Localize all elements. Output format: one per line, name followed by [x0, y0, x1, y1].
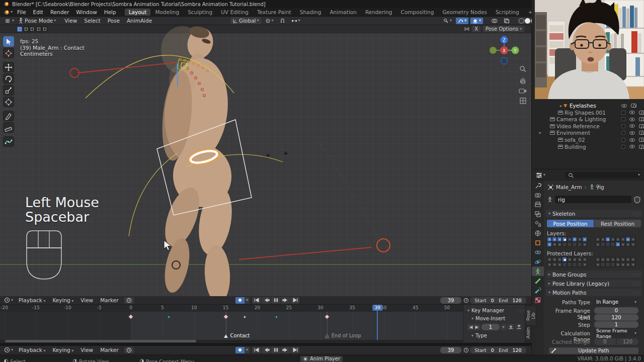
move-insert-title[interactable]: Move-Insert [475, 316, 505, 321]
protected-layer-cell[interactable] [610, 257, 615, 262]
gizmo-y-neg-axis[interactable] [490, 47, 497, 54]
properties-tab-bone[interactable] [532, 276, 544, 286]
properties-tab-view-layer[interactable] [532, 209, 544, 219]
timeline-key-area[interactable]: ContactEnd of Loop [0, 312, 463, 340]
transport-jump-start-button[interactable] [252, 297, 261, 304]
protected-layer-cell[interactable] [577, 262, 582, 267]
protected-layer-cell[interactable] [630, 257, 635, 262]
properties-options-chevron[interactable]: ▾ [638, 173, 640, 177]
layer-cell[interactable] [600, 237, 605, 242]
transform-orientation-button[interactable]: Global▾ [230, 17, 261, 24]
motion-paths-panel-header[interactable]: ▾Motion Paths:::: [546, 289, 642, 296]
playback-sync-button[interactable] [124, 347, 134, 353]
layer-cell[interactable] [557, 242, 562, 247]
editor-type-button[interactable]: ▾ [2, 346, 15, 353]
motion-path-endpoint[interactable] [70, 68, 79, 77]
proportional-edit-toggle[interactable]: ▾ [456, 18, 468, 24]
protected-layer-cell[interactable] [595, 262, 600, 267]
checkbox-icon[interactable] [621, 124, 625, 128]
eye-visibility-icon[interactable] [621, 104, 627, 108]
viewport-menu-select[interactable]: Select [80, 17, 104, 24]
editor-type-button[interactable]: ▾ [534, 171, 547, 178]
current-frame-field[interactable]: 39 [440, 347, 461, 353]
camera-visibility-icon[interactable] [639, 117, 644, 121]
timeline-ruler[interactable]: -20-15-10-50510152025303540455039 [0, 305, 463, 312]
camera-view-icon[interactable] [519, 87, 527, 94]
protected-layer-cell[interactable] [562, 262, 567, 267]
layer-cell[interactable] [615, 237, 620, 242]
layer-cell[interactable] [562, 237, 567, 242]
properties-tab-texture[interactable] [532, 295, 544, 305]
layer-cell[interactable] [567, 237, 572, 242]
protected-layer-cell[interactable] [562, 257, 567, 262]
properties-search-input[interactable] [565, 172, 640, 178]
protected-layer-cell[interactable] [547, 262, 552, 267]
layer-cell[interactable] [620, 237, 625, 242]
outliner-item-eyelashes[interactable]: ▸▼Eyelashes [560, 102, 596, 109]
transport-jump-end-button[interactable] [290, 297, 299, 304]
move-insert-chevron[interactable]: ▾ [501, 324, 506, 330]
layer-cell[interactable] [572, 242, 577, 247]
bone-groups-panel-header[interactable]: ▸Bone Groups:::: [546, 270, 642, 278]
fake-user-shield-icon[interactable] [633, 196, 641, 204]
pan-hand-icon[interactable] [519, 76, 527, 84]
layer-cell[interactable] [577, 242, 582, 247]
pin-icon[interactable] [595, 185, 600, 190]
camera-visibility-icon[interactable] [639, 145, 644, 149]
pose-library-panel-header[interactable]: ▸Pose Library (Legacy):::: [546, 280, 642, 287]
properties-tab-bone-constraint[interactable] [532, 286, 544, 295]
protected-layer-cell[interactable] [557, 262, 562, 267]
step-field[interactable]: 1 [594, 321, 638, 328]
timeline-scrollbar[interactable] [0, 340, 463, 342]
workspace-tab-uv-editing[interactable]: UV Editing [217, 9, 253, 16]
pose-position-button[interactable]: Pose Position [547, 220, 594, 227]
protected-layer-cell[interactable] [625, 257, 630, 262]
eye-visibility-icon[interactable] [629, 124, 635, 128]
checkbox-icon[interactable] [621, 117, 625, 121]
layer-cell[interactable] [582, 242, 587, 247]
workspace-tab-scripting[interactable]: Scripting [492, 9, 523, 16]
camera-visibility-icon[interactable] [639, 124, 644, 128]
protected-layer-cell[interactable] [600, 257, 605, 262]
protected-layer-cell[interactable] [572, 262, 577, 267]
timeline-menu-keying[interactable]: Keying ▾ [49, 346, 77, 353]
camera-visibility-icon[interactable] [639, 138, 644, 142]
protected-layer-cell[interactable] [630, 262, 635, 267]
overlays-toggle[interactable] [489, 18, 500, 24]
layer-cell[interactable] [605, 242, 610, 247]
shading-solid-button[interactable] [525, 18, 530, 24]
update-path-button[interactable]: Update Path [549, 347, 638, 354]
outliner-item-rig-shapes-001[interactable]: Rig Shapes.001 [558, 109, 606, 116]
outliner-item-sofa-02[interactable]: sofa_02 [558, 136, 585, 143]
tab-anim[interactable]: Anim [525, 328, 531, 341]
checkbox-icon[interactable] [621, 145, 625, 149]
paths-type-dropdown[interactable]: In Range▾ [594, 299, 638, 305]
outliner-item-environment[interactable]: ▾Environment [550, 129, 590, 136]
frame-range-start-field[interactable]: 0 [594, 307, 638, 314]
checkbox-icon[interactable] [621, 131, 625, 135]
frame-range-fields[interactable]: Start0 End120 [470, 297, 526, 304]
layer-cell[interactable] [630, 242, 635, 247]
timeline-menu-marker[interactable]: Marker [97, 297, 122, 304]
layer-cell[interactable] [595, 242, 600, 247]
tab-pose-lib[interactable]: Pose Lib [525, 306, 536, 326]
protected-layer-cell[interactable] [582, 257, 587, 262]
protected-layer-cell[interactable] [605, 262, 610, 267]
protected-layer-cell[interactable] [595, 257, 600, 262]
transport-next-key-button[interactable] [281, 347, 290, 353]
scrollbar-handle[interactable] [5, 340, 196, 342]
key-jump-buttons[interactable] [467, 324, 480, 330]
workspace-tab-modeling[interactable]: Modeling [151, 9, 183, 16]
transport-prev-key-button[interactable] [262, 297, 271, 304]
end-field[interactable]: 120 [594, 314, 638, 321]
timeline-menu-view[interactable]: View [77, 346, 97, 353]
protected-layer-cell[interactable] [582, 262, 587, 267]
eye-visibility-icon[interactable] [629, 138, 635, 142]
layer-cell[interactable] [595, 237, 600, 242]
protected-layer-cell[interactable] [620, 262, 625, 267]
visibility-gizmos-button[interactable]: ▾ [441, 18, 454, 24]
viewport-menu-pose[interactable]: Pose [104, 17, 123, 24]
timeline-menu-view[interactable]: View [77, 297, 97, 304]
properties-tab-physics[interactable] [532, 257, 544, 266]
current-frame-field[interactable]: 39 [440, 297, 461, 304]
